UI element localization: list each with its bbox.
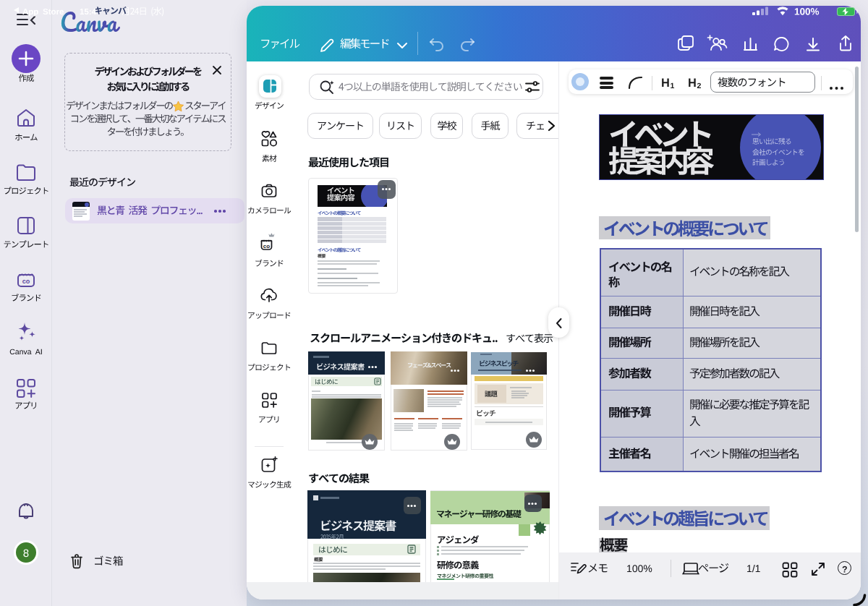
svg-text:co: co bbox=[263, 243, 270, 249]
svg-text:co: co bbox=[22, 278, 30, 285]
